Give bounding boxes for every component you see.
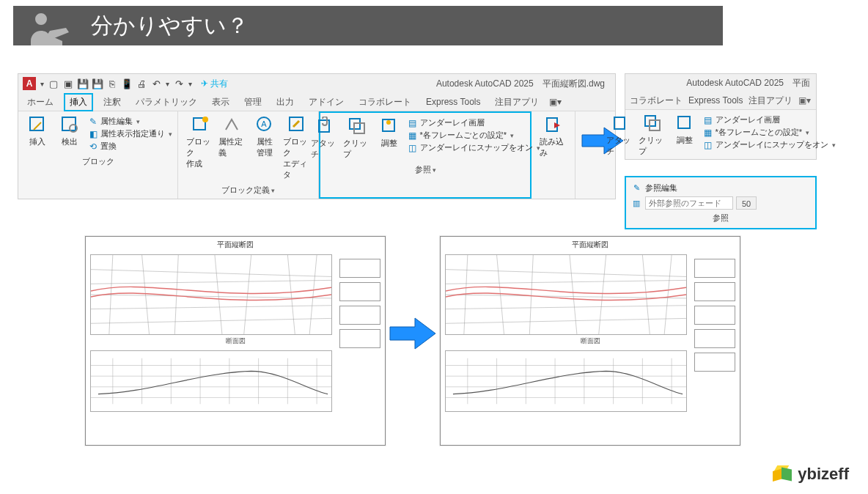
- clip-label: クリップ: [343, 138, 371, 160]
- xref-fade-icon: ▥: [630, 197, 642, 209]
- tab-annotate[interactable]: 注釈: [99, 95, 125, 110]
- panel-block-label: ブロック: [23, 155, 173, 169]
- attach-button[interactable]: アタッチ: [311, 116, 339, 160]
- svg-point-4: [202, 117, 208, 122]
- attach-label: アタッチ: [311, 138, 339, 160]
- open-icon[interactable]: ▣: [63, 78, 73, 89]
- tab-parametric[interactable]: パラメトリック: [131, 95, 202, 110]
- redo-dropdown-icon[interactable]: ▾: [188, 80, 192, 88]
- detail-thumbnails: [694, 259, 735, 372]
- attr-mgr-icon: A: [254, 114, 275, 135]
- detail-thumb: [339, 306, 380, 325]
- share-label: 共有: [210, 78, 228, 90]
- tab-featured-apps-r[interactable]: 注目アプリ: [749, 95, 792, 107]
- block-editor-icon: [287, 114, 307, 135]
- underlay-layer-button[interactable]: ▤アンダーレイ画層: [408, 117, 540, 128]
- save-icon[interactable]: 💾: [78, 78, 88, 89]
- detail-thumb: [339, 329, 380, 348]
- svg-rect-0: [30, 117, 43, 130]
- underlay-layer-icon: ▤: [408, 118, 418, 128]
- underlay-layer-label: アンダーレイ画層: [420, 117, 485, 128]
- underlay-layer-icon-r: ▤: [703, 115, 713, 125]
- tab-featured-apps[interactable]: 注目アプリ: [490, 95, 543, 110]
- create-block-button[interactable]: ブロック 作成: [186, 114, 214, 169]
- tab-addins[interactable]: アドイン: [304, 95, 348, 110]
- create-block-label: ブロック 作成: [186, 136, 214, 169]
- panel-reference-expanded-label: 参照: [630, 211, 811, 225]
- saveas-icon[interactable]: 💾: [92, 78, 103, 89]
- underlay-layer-button-r[interactable]: ▤アンダーレイ画層: [703, 114, 836, 125]
- undo-icon[interactable]: ↶: [151, 78, 161, 89]
- replace-button[interactable]: ⟲置換: [88, 141, 172, 152]
- share-button[interactable]: ✈共有: [201, 78, 228, 90]
- panel-block-definition: ブロック 作成 属性定義 A属性 管理 ブロック エディタ ブロック定義: [178, 111, 319, 199]
- tab-manage[interactable]: 管理: [240, 95, 266, 110]
- tab-expander-icon[interactable]: ▣▾: [549, 97, 562, 107]
- xref-fade-value[interactable]: 50: [736, 196, 757, 210]
- snap-on-button-r[interactable]: ◫アンダーレイにスナップをオン: [703, 139, 836, 150]
- frame-setting-button[interactable]: ▦*各フレームごとの設定*: [408, 130, 540, 141]
- adjust-label: 調整: [381, 138, 397, 149]
- ref-edit-row[interactable]: ✎参照編集: [630, 180, 811, 195]
- create-block-icon: [190, 114, 210, 135]
- detect-icon: [59, 114, 80, 135]
- detail-thumb: [339, 259, 380, 278]
- logo-cube-icon: [773, 465, 793, 483]
- detail-thumb: [694, 259, 735, 278]
- frame-setting-label-r: *各フレームごとの設定*: [716, 127, 803, 138]
- web-icon[interactable]: ⎘: [107, 78, 117, 89]
- clip-button-r[interactable]: クリップ: [639, 113, 666, 157]
- underlay-layer-label-r: アンダーレイ画層: [716, 114, 780, 125]
- adjust-button[interactable]: 調整: [375, 116, 403, 149]
- autocad-ribbon-left: A ▾ ▢ ▣ 💾 💾 ⎘ 📱 🖨 ↶▾ ↷▾ ✈共有 Autodesk Aut…: [18, 73, 616, 199]
- clip-button[interactable]: クリップ: [343, 116, 371, 160]
- mobile-icon[interactable]: 📱: [122, 78, 132, 89]
- panel-import: 読み込み: [532, 111, 575, 199]
- plan-view: [90, 254, 332, 335]
- tab-output[interactable]: 出力: [272, 95, 298, 110]
- tab-collaborate[interactable]: コラボレート: [354, 95, 416, 110]
- xref-fade-input[interactable]: [645, 196, 733, 210]
- redo-icon[interactable]: ↷: [174, 78, 184, 89]
- attr-mgr-button[interactable]: A属性 管理: [251, 114, 279, 158]
- panel-reference-expanded: ✎参照編集 ▥ 50 参照: [625, 176, 817, 229]
- tab-view[interactable]: 表示: [207, 95, 234, 110]
- attr-edit-button[interactable]: ✎属性編集: [88, 116, 172, 127]
- attr-mgr-label: 属性 管理: [257, 136, 273, 158]
- new-icon[interactable]: ▢: [48, 78, 59, 89]
- attr-def-button[interactable]: 属性定義: [218, 114, 246, 158]
- panel-reference: アタッチ クリップ 調整 ▤アンダーレイ画層 ▦*各フレームごとの設定* ◫アン…: [319, 111, 532, 199]
- attr-display-button[interactable]: ◧属性表示指定通り: [88, 128, 172, 139]
- tab-express-tools-r[interactable]: Express Tools: [688, 95, 743, 106]
- app-menu-dropdown-icon[interactable]: ▾: [40, 80, 44, 88]
- tab-home[interactable]: ホーム: [23, 95, 58, 110]
- snap-on-button[interactable]: ◫アンダーレイにスナップをオン: [408, 142, 540, 153]
- adjust-button-r[interactable]: 調整: [671, 113, 699, 146]
- panel-blockdef-label[interactable]: ブロック定義: [183, 183, 314, 197]
- clip-icon-r: [642, 113, 663, 133]
- attach-button-r[interactable]: アタッチ: [606, 113, 634, 157]
- svg-text:A: A: [261, 119, 267, 128]
- app-icon[interactable]: A: [23, 77, 36, 90]
- undo-dropdown-icon[interactable]: ▾: [166, 80, 169, 88]
- frame-setting-button-r[interactable]: ▦*各フレームごとの設定*: [703, 127, 836, 138]
- detect-button[interactable]: 検出: [56, 114, 84, 147]
- logo-text: ybizeff: [798, 465, 849, 484]
- insert-block-button[interactable]: 挿入: [23, 114, 51, 147]
- attr-display-label: 属性表示指定通り: [100, 128, 165, 139]
- svg-point-12: [386, 120, 391, 125]
- tab-expander-icon-r[interactable]: ▣▾: [798, 95, 811, 106]
- import-button[interactable]: 読み込み: [540, 114, 567, 158]
- block-editor-button[interactable]: ブロック エディタ: [283, 114, 311, 180]
- adjust-icon: [379, 116, 400, 136]
- panel-reference-label[interactable]: 参照: [325, 163, 526, 177]
- profile-view: [445, 350, 687, 412]
- detail-thumb: [694, 282, 735, 301]
- tab-express-tools[interactable]: Express Tools: [422, 95, 485, 108]
- slide-title-banner: 分かりやすい？: [13, 6, 723, 45]
- plot-icon[interactable]: 🖨: [136, 78, 147, 89]
- tab-insert[interactable]: 挿入: [64, 93, 93, 111]
- tab-collaborate-r[interactable]: コラボレート: [630, 95, 683, 107]
- drawing-title: 平面縦断図: [441, 237, 740, 253]
- insert-block-icon: [27, 114, 48, 135]
